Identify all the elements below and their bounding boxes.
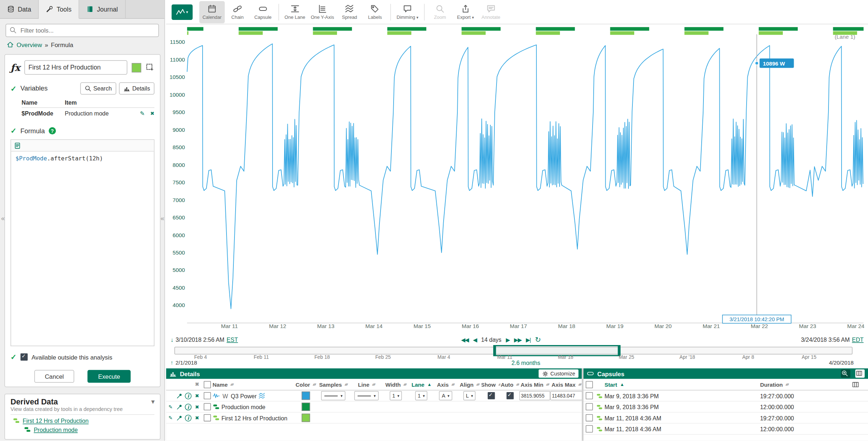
capsule-bar[interactable] bbox=[759, 31, 782, 35]
column-header-show[interactable]: Show bbox=[482, 381, 496, 387]
capsule-bar[interactable] bbox=[387, 27, 427, 31]
column-header-duration[interactable]: Duration bbox=[760, 381, 783, 387]
derived-item-link[interactable]: First 12 Hrs of Production bbox=[23, 417, 89, 424]
capsule-bar[interactable] bbox=[685, 31, 709, 35]
remove-icon[interactable]: ✖ bbox=[195, 404, 199, 410]
chart-type-dropdown[interactable]: ▾ bbox=[172, 4, 193, 20]
toolbar-chain-button[interactable]: Chain bbox=[225, 1, 250, 23]
column-header-start[interactable]: Start bbox=[605, 381, 617, 387]
capsule-bar[interactable] bbox=[536, 31, 560, 35]
capsule-bar[interactable] bbox=[313, 31, 337, 35]
capsule-grid-button[interactable] bbox=[855, 369, 865, 378]
pin-icon[interactable] bbox=[176, 403, 183, 410]
edit-icon[interactable]: ✎ bbox=[169, 415, 173, 420]
capsule-bar[interactable] bbox=[462, 27, 501, 31]
customize-button[interactable]: Customize bbox=[539, 369, 578, 378]
breadcrumb-overview[interactable]: Overview bbox=[17, 41, 42, 48]
spread-icon[interactable] bbox=[258, 392, 265, 399]
timezone-end[interactable]: EDT bbox=[852, 336, 864, 343]
edit-variable-icon[interactable]: ✎ bbox=[140, 110, 145, 117]
style-dropdown[interactable]: ▾ bbox=[321, 391, 345, 400]
formula-color-swatch[interactable] bbox=[132, 63, 141, 72]
display-range-start[interactable]: 3/10/2018 2:56 AM bbox=[176, 336, 225, 343]
toolbar-capsule-button[interactable]: Capsule bbox=[250, 1, 275, 23]
capsule-row[interactable]: Mar 9, 2018 3:36 PM12:00:00.000 bbox=[583, 402, 868, 413]
step-fast-forward-button[interactable]: ▶▶ bbox=[514, 336, 521, 343]
investigate-start-date[interactable]: 2/1/2018 bbox=[175, 360, 197, 366]
capsule-bar[interactable] bbox=[313, 27, 352, 31]
capsule-bar[interactable] bbox=[610, 31, 634, 35]
capsule-bar[interactable] bbox=[187, 27, 203, 31]
capsule-row[interactable]: Mar 9, 2018 3:36 PM19:27:00.000 bbox=[583, 390, 868, 402]
item-select-icon[interactable] bbox=[146, 63, 154, 72]
style-dropdown[interactable]: 1▾ bbox=[390, 391, 402, 400]
checkbox[interactable] bbox=[487, 392, 495, 399]
help-icon[interactable]: ? bbox=[49, 127, 56, 134]
step-back-button[interactable]: ◀ bbox=[473, 336, 477, 343]
capsule-bar[interactable] bbox=[685, 27, 724, 31]
capsule-bar[interactable] bbox=[833, 27, 863, 31]
style-dropdown[interactable]: A▾ bbox=[439, 391, 452, 400]
style-dropdown[interactable]: L▾ bbox=[463, 391, 476, 400]
column-header-name[interactable]: Name bbox=[213, 381, 228, 387]
zoom-to-capsule-button[interactable] bbox=[841, 369, 850, 378]
arrow-down-icon[interactable]: ↓ bbox=[170, 336, 173, 343]
column-header-axis_min[interactable]: Axis Min bbox=[520, 381, 543, 387]
column-header-auto[interactable]: Auto bbox=[501, 381, 514, 387]
color-swatch[interactable] bbox=[302, 391, 310, 400]
slider-track[interactable] bbox=[174, 347, 852, 354]
toolbar-one-y-axis-button[interactable]: One Y-Axis bbox=[308, 1, 337, 23]
axis-min-input[interactable]: 3815.9055 bbox=[519, 391, 551, 400]
collapse-left-icon[interactable]: « bbox=[1, 215, 5, 222]
column-header-axis_max[interactable]: Axis Max bbox=[552, 381, 576, 387]
checkbox[interactable] bbox=[203, 381, 211, 388]
investigate-end-date[interactable]: 4/20/2018 bbox=[829, 360, 854, 366]
color-swatch[interactable] bbox=[302, 414, 310, 422]
capsule-bar[interactable] bbox=[387, 31, 411, 35]
checkbox[interactable] bbox=[585, 425, 593, 433]
column-header-line[interactable]: Line bbox=[358, 381, 369, 387]
info-icon[interactable]: i bbox=[185, 392, 191, 399]
duration-label[interactable]: 14 days bbox=[481, 336, 501, 343]
display-range-end[interactable]: 3/24/2018 3:56 AM bbox=[801, 336, 850, 343]
table-columns-icon[interactable] bbox=[852, 381, 859, 388]
checkbox[interactable] bbox=[585, 414, 593, 421]
remove-icon[interactable]: ✖ bbox=[195, 393, 199, 398]
execute-button[interactable]: Execute bbox=[88, 370, 131, 383]
available-outside-checkbox[interactable] bbox=[20, 353, 28, 361]
details-row[interactable]: i✖WQ3 Power▾▾1▾1▾A▾L▾3815.905511483.047 bbox=[166, 390, 582, 402]
capsule-row[interactable]: Mar 11, 2018 4:36 AM19:27:00.000 bbox=[583, 412, 868, 424]
color-swatch[interactable] bbox=[302, 403, 310, 411]
capsule-bar[interactable] bbox=[462, 31, 486, 35]
chart-area[interactable]: 1150011000105001000095009000850080007500… bbox=[166, 24, 868, 334]
tab-data[interactable]: Data bbox=[0, 0, 39, 18]
toolbar-labels-button[interactable]: Labels bbox=[362, 1, 388, 23]
formula-doc-icon[interactable] bbox=[14, 142, 21, 149]
toolbar-calendar-button[interactable]: Calendar bbox=[199, 1, 225, 23]
remove-variable-icon[interactable]: ✖ bbox=[150, 110, 155, 116]
toolbar-spread-button[interactable]: Spread bbox=[337, 1, 362, 23]
column-header-lane[interactable]: Lane bbox=[411, 381, 424, 387]
info-icon[interactable]: i bbox=[185, 403, 191, 410]
chevron-down-icon[interactable]: ▾ bbox=[151, 398, 154, 405]
capsule-bar[interactable] bbox=[187, 31, 188, 35]
refresh-button[interactable]: ↻ bbox=[535, 335, 541, 344]
capsule-row[interactable]: Mar 11, 2018 4:36 AM12:00:00.000 bbox=[583, 424, 868, 435]
column-header-axis[interactable]: Axis bbox=[437, 381, 449, 387]
toolbar-dimming-button[interactable]: Dimming ▾ bbox=[394, 1, 421, 23]
checkbox[interactable] bbox=[585, 403, 593, 410]
capsule-bar[interactable] bbox=[238, 27, 278, 31]
step-to-start-button[interactable]: ◀◀ bbox=[461, 336, 468, 343]
details-row[interactable]: ✎i✖First 12 Hrs of Production bbox=[166, 412, 582, 424]
checkbox[interactable] bbox=[203, 392, 211, 399]
collapse-sidebar-icon[interactable]: « bbox=[161, 215, 164, 222]
edit-icon[interactable]: ✎ bbox=[169, 404, 173, 410]
pin-icon[interactable] bbox=[176, 392, 183, 399]
derived-item-link[interactable]: Production mode bbox=[34, 426, 78, 433]
tab-journal[interactable]: Journal bbox=[79, 0, 126, 18]
style-dropdown[interactable]: 1▾ bbox=[415, 391, 428, 400]
timezone-start[interactable]: EST bbox=[227, 336, 238, 343]
arrow-up-icon[interactable]: ↑ bbox=[170, 360, 173, 366]
home-icon[interactable] bbox=[7, 41, 14, 48]
variable-details-button[interactable]: Details bbox=[119, 83, 154, 95]
